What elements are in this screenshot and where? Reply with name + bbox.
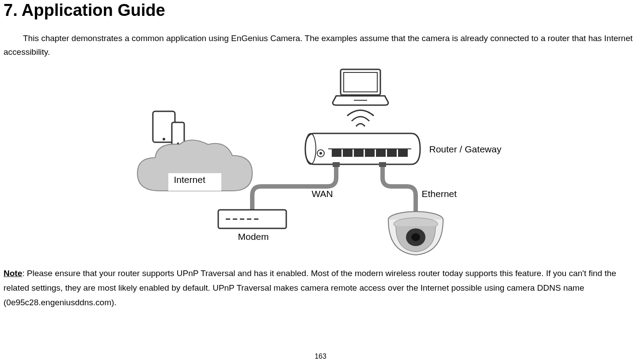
modem-icon <box>217 209 288 231</box>
modem-label: Modem <box>238 231 269 242</box>
svg-rect-1 <box>344 72 377 92</box>
svg-point-5 <box>319 152 322 155</box>
intro-paragraph: This chapter demonstrates a common appli… <box>4 31 637 59</box>
internet-label: Internet <box>174 174 205 185</box>
svg-rect-12 <box>398 149 408 157</box>
svg-rect-10 <box>376 149 386 157</box>
chapter-heading: 7. Application Guide <box>4 1 637 20</box>
svg-rect-0 <box>341 69 380 95</box>
svg-rect-9 <box>365 149 375 157</box>
wan-label: WAN <box>312 189 333 199</box>
svg-rect-14 <box>333 162 340 167</box>
note-label: Note <box>4 269 22 278</box>
ethernet-label: Ethernet <box>422 189 457 199</box>
svg-point-29 <box>411 233 420 241</box>
laptop-icon <box>332 67 389 107</box>
svg-rect-11 <box>387 149 397 157</box>
camera-icon <box>385 209 447 257</box>
page-number: 163 <box>0 353 641 360</box>
cloud-icon <box>133 138 257 204</box>
svg-rect-8 <box>354 149 364 157</box>
note-paragraph: Note: Please ensure that your router sup… <box>4 266 637 310</box>
svg-rect-15 <box>379 162 386 167</box>
svg-rect-6 <box>332 149 341 157</box>
svg-rect-7 <box>343 149 353 157</box>
router-label: Router / Gateway <box>429 144 501 155</box>
note-text: : Please ensure that your router support… <box>4 269 616 307</box>
network-diagram: Internet Modem WAN Ethernet Router / Gat… <box>133 67 508 260</box>
wifi-icon <box>345 107 376 131</box>
